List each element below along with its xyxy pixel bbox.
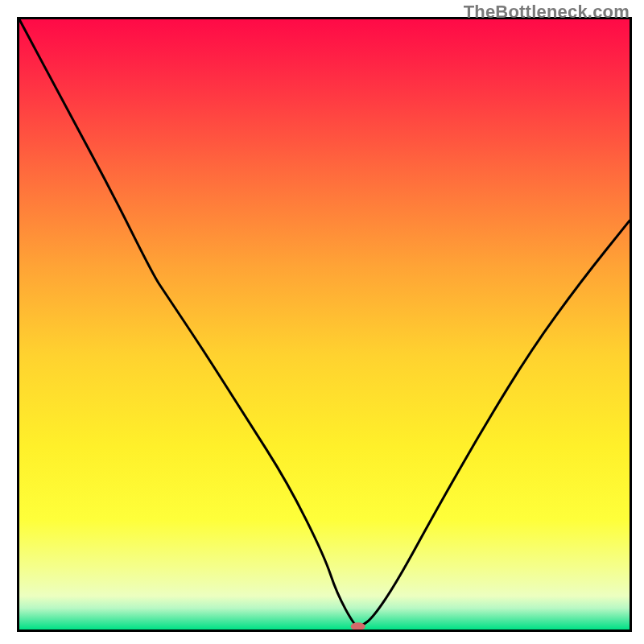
plot-area — [17, 17, 632, 632]
chart-background — [19, 19, 630, 630]
chart-svg — [19, 19, 630, 630]
chart-frame: TheBottleneck.com — [0, 0, 644, 644]
watermark-text: TheBottleneck.com — [464, 2, 630, 23]
